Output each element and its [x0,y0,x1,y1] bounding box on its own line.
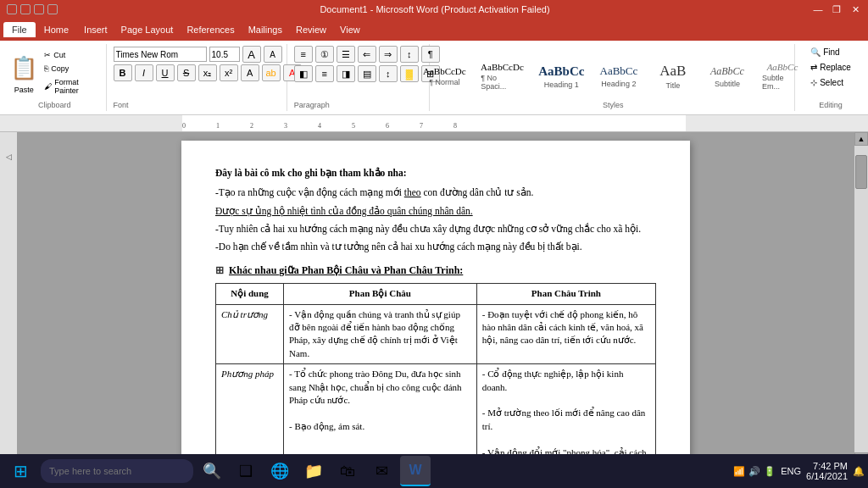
start-button[interactable]: ⊞ [3,456,37,486]
tray-battery-icon[interactable]: 🔋 [764,466,776,477]
cut-label: Cut [53,51,65,59]
right-scrollbar[interactable]: ▲ ▼ [854,132,868,466]
quick-access-redo[interactable] [34,4,44,14]
paste-button[interactable]: 📋 Paste [8,50,39,96]
menu-tab-view[interactable]: View [333,22,367,37]
quick-access-undo[interactable] [20,4,31,14]
superscript-button[interactable]: x² [220,64,238,81]
style-title[interactable]: AaB Title [648,46,698,99]
quick-access-more[interactable] [47,4,58,14]
table-header-3: Phan Châu Trinh [476,284,655,304]
style-no-spacing[interactable]: AaBbCcDc ¶ No Spaci... [475,46,529,99]
menu-tab-references[interactable]: References [180,22,241,37]
ribbon-editing-group: 🔍 Find ⇄ Replace ⊹ Select Editing [797,44,865,111]
table-cell-1-2: - Vận động quần chúng và tranh thủ sự gi… [284,304,477,364]
subscript-button[interactable]: x₂ [198,64,217,81]
format-painter-button[interactable]: 🖌 Format Painter [41,76,100,97]
minimize-button[interactable]: — [812,3,824,15]
ruler: 0 1 2 3 4 5 6 7 8 [0,115,868,132]
scroll-thumb[interactable] [855,155,867,189]
grow-font-button[interactable]: A [242,46,261,63]
font-size-input[interactable] [209,47,240,62]
select-button[interactable]: ⊹ Select [807,76,854,89]
find-icon: 🔍 [810,47,821,57]
quick-access-save[interactable] [7,4,17,14]
menu-tab-page-layout[interactable]: Page Layout [114,22,181,37]
bullet-item-2: -Tuy nhiên cả hai xu hướng cách mạng này… [215,222,656,236]
tray-volume-icon[interactable]: 🔊 [748,466,760,477]
style-heading1[interactable]: AaBbCc Heading 1 [533,46,590,99]
bullet-item-3: -Do hạn chế về tầm nhìn và tư tưởng nên … [215,240,656,254]
replace-button[interactable]: ⇄ Replace [807,61,854,74]
paste-label: Paste [14,86,34,94]
align-right-button[interactable]: ◨ [337,65,355,82]
taskbar-mail-icon[interactable]: ✉ [366,456,397,486]
style-normal[interactable]: AaBbCcDc ¶ Normal [417,46,471,99]
left-margin: ◁ [0,132,17,466]
notification-icon[interactable]: 🔔 [853,466,865,477]
bold-button[interactable]: B [114,64,132,81]
taskbar-word-icon[interactable]: W [400,456,431,486]
copy-button[interactable]: ⎘ Copy [41,63,100,75]
clock-time: 7:42 PM [806,461,848,471]
increase-indent-button[interactable]: ⇒ [379,46,398,63]
scroll-up-button[interactable]: ▲ [854,132,868,146]
style-heading2[interactable]: AaBbCc Heading 2 [593,46,644,99]
clock[interactable]: 7:42 PM 6/14/2021 [806,461,848,481]
replace-icon: ⇄ [810,63,817,72]
ribbon-styles-group: AaBbCcDc ¶ Normal AaBbCcDc ¶ No Spaci...… [431,44,795,111]
shading-button[interactable]: ▓ [400,65,419,82]
bullets-button[interactable]: ≡ [294,46,313,63]
cut-button[interactable]: ✂ Cut [41,49,100,61]
taskbar-edge-icon[interactable]: 🌐 [264,456,295,486]
taskbar-search-input[interactable] [41,459,193,483]
sort-button[interactable]: ↕ [400,46,419,63]
close-button[interactable]: ✕ [849,3,861,15]
font-name-input[interactable] [114,47,207,62]
document-area[interactable]: Đây là bài cô mk cho ghi bạn tham khảo n… [17,132,854,466]
highlight-button[interactable]: ab [262,64,281,81]
format-painter-label: Format Painter [54,78,97,95]
line-spacing-button[interactable]: ↕ [379,65,398,82]
shrink-font-button[interactable]: A [264,46,282,63]
scroll-track[interactable] [854,146,868,452]
view-icon[interactable]: ◁ [6,152,12,161]
menu-tab-mailings[interactable]: Mailings [242,22,289,37]
compare-table: Nội dung Phan Bội Châu Phan Châu Trinh C… [215,283,656,466]
text-effects-button[interactable]: A [241,64,259,81]
select-icon: ⊹ [810,78,817,87]
taskbar-right: 📶 🔊 🔋 ENG 7:42 PM 6/14/2021 🔔 [733,461,865,481]
italic-button[interactable]: I [135,64,153,81]
menu-tab-review[interactable]: Review [289,22,333,37]
multilevel-button[interactable]: ☰ [337,46,355,63]
copy-label: Copy [51,64,69,73]
underline-button[interactable]: U [156,64,175,81]
restore-button[interactable]: ❐ [831,3,843,15]
system-tray: 📶 🔊 🔋 [733,466,776,477]
format-painter-icon: 🖌 [44,82,52,91]
format-row: B I U S x₂ x² A ab A [114,64,302,81]
menu-tab-insert[interactable]: Insert [77,22,114,37]
menu-tab-file[interactable]: File [3,22,36,37]
strikethrough-button[interactable]: S [177,64,196,81]
taskbar-explorer-icon[interactable]: 📁 [298,456,329,486]
find-button[interactable]: 🔍 Find [807,46,854,58]
bullet1-link: theo [404,187,421,197]
decrease-indent-button[interactable]: ⇐ [358,46,376,63]
tray-network-icon[interactable]: 📶 [733,466,745,477]
language-indicator[interactable]: ENG [781,466,801,476]
justify-button[interactable]: ▤ [358,65,376,82]
taskbar-task-view-icon[interactable]: ❑ [231,456,261,486]
numbering-button[interactable]: ① [315,46,334,63]
expand-icon[interactable]: ⊞ [215,263,224,278]
style-subtitle[interactable]: AaBbCc Subtitle [702,46,753,99]
taskbar-store-icon[interactable]: 🛍 [332,456,363,486]
taskbar-cortana-icon[interactable]: 🔍 [197,456,227,486]
align-left-button[interactable]: ◧ [294,65,313,82]
font-controls: A A B I U S x₂ x² A ab A [114,46,302,81]
menu-tab-home[interactable]: Home [36,22,77,37]
align-center-button[interactable]: ≡ [315,65,334,82]
table-cell-1-1: Chủ trương [216,304,284,364]
ribbon: 📋 Paste ✂ Cut ⎘ Copy 🖌 Format Painter Cl… [0,41,868,115]
section-heading: ⊞ Khác nhau giữa Phan Bội Châu và Phan C… [215,263,656,278]
